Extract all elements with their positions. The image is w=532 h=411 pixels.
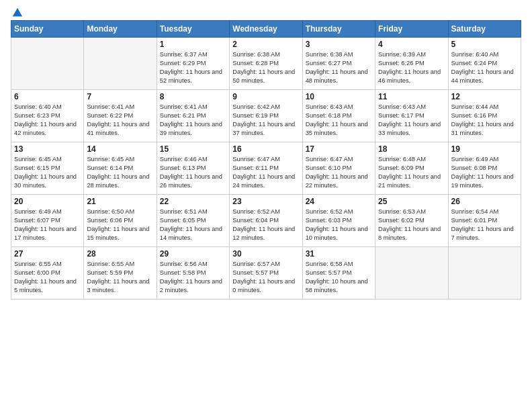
cell-text: Sunrise: 6:58 AMSunset: 5:57 PMDaylight:… bbox=[306, 261, 368, 293]
cell-text: Sunrise: 6:54 AMSunset: 6:01 PMDaylight:… bbox=[451, 208, 514, 241]
calendar-cell: 31Sunrise: 6:58 AMSunset: 5:57 PMDayligh… bbox=[302, 247, 375, 300]
cell-text: Sunrise: 6:41 AMSunset: 6:22 PMDaylight:… bbox=[87, 103, 149, 136]
cell-text: Sunrise: 6:43 AMSunset: 6:17 PMDaylight:… bbox=[378, 103, 441, 136]
calendar-cell: 1Sunrise: 6:37 AMSunset: 6:29 PMDaylight… bbox=[157, 38, 229, 90]
logo bbox=[11, 7, 24, 16]
day-number: 1 bbox=[160, 40, 226, 49]
calendar-cell: 18Sunrise: 6:48 AMSunset: 6:09 PMDayligh… bbox=[375, 142, 448, 195]
calendar-cell: 26Sunrise: 6:54 AMSunset: 6:01 PMDayligh… bbox=[448, 195, 521, 247]
day-number: 16 bbox=[232, 144, 299, 154]
cell-text: Sunrise: 6:48 AMSunset: 6:09 PMDaylight:… bbox=[378, 156, 441, 189]
cell-text: Sunrise: 6:38 AMSunset: 6:28 PMDaylight:… bbox=[232, 51, 295, 84]
calendar-cell: 16Sunrise: 6:47 AMSunset: 6:11 PMDayligh… bbox=[230, 142, 302, 195]
cell-text: Sunrise: 6:47 AMSunset: 6:10 PMDaylight:… bbox=[306, 156, 368, 189]
week-row-0: 1Sunrise: 6:37 AMSunset: 6:29 PMDaylight… bbox=[11, 38, 521, 90]
logo-icon bbox=[11, 7, 24, 19]
calendar-cell: 14Sunrise: 6:45 AMSunset: 6:14 PMDayligh… bbox=[84, 142, 157, 195]
calendar-cell: 19Sunrise: 6:49 AMSunset: 6:08 PMDayligh… bbox=[448, 142, 521, 195]
calendar-cell: 28Sunrise: 6:55 AMSunset: 5:59 PMDayligh… bbox=[84, 247, 157, 300]
day-number: 5 bbox=[451, 40, 518, 49]
cell-text: Sunrise: 6:53 AMSunset: 6:02 PMDaylight:… bbox=[378, 208, 441, 241]
cell-text: Sunrise: 6:52 AMSunset: 6:03 PMDaylight:… bbox=[306, 208, 368, 241]
cell-text: Sunrise: 6:42 AMSunset: 6:19 PMDaylight:… bbox=[232, 103, 295, 136]
calendar-cell: 25Sunrise: 6:53 AMSunset: 6:02 PMDayligh… bbox=[375, 195, 448, 247]
cell-text: Sunrise: 6:45 AMSunset: 6:14 PMDaylight:… bbox=[87, 156, 149, 189]
calendar-cell: 10Sunrise: 6:43 AMSunset: 6:18 PMDayligh… bbox=[302, 90, 375, 142]
cell-text: Sunrise: 6:39 AMSunset: 6:26 PMDaylight:… bbox=[378, 51, 441, 84]
day-number: 2 bbox=[232, 40, 299, 49]
calendar-cell: 12Sunrise: 6:44 AMSunset: 6:16 PMDayligh… bbox=[448, 90, 521, 142]
calendar-cell: 15Sunrise: 6:46 AMSunset: 6:13 PMDayligh… bbox=[157, 142, 229, 195]
svg-marker-0 bbox=[13, 8, 22, 17]
cell-text: Sunrise: 6:57 AMSunset: 5:57 PMDaylight:… bbox=[232, 261, 295, 293]
cell-text: Sunrise: 6:37 AMSunset: 6:29 PMDaylight:… bbox=[160, 51, 222, 84]
weekday-header-sunday: Sunday bbox=[11, 21, 84, 38]
calendar-cell: 23Sunrise: 6:52 AMSunset: 6:04 PMDayligh… bbox=[230, 195, 302, 247]
weekday-header-monday: Monday bbox=[84, 21, 157, 38]
cell-text: Sunrise: 6:56 AMSunset: 5:58 PMDaylight:… bbox=[160, 261, 222, 293]
calendar-cell: 24Sunrise: 6:52 AMSunset: 6:03 PMDayligh… bbox=[302, 195, 375, 247]
day-number: 27 bbox=[14, 249, 81, 259]
cell-text: Sunrise: 6:40 AMSunset: 6:23 PMDaylight:… bbox=[14, 103, 77, 136]
calendar-cell: 13Sunrise: 6:45 AMSunset: 6:15 PMDayligh… bbox=[11, 142, 84, 195]
calendar-cell: 9Sunrise: 6:42 AMSunset: 6:19 PMDaylight… bbox=[230, 90, 302, 142]
day-number: 22 bbox=[160, 197, 226, 206]
cell-text: Sunrise: 6:55 AMSunset: 5:59 PMDaylight:… bbox=[87, 261, 149, 293]
calendar-cell: 11Sunrise: 6:43 AMSunset: 6:17 PMDayligh… bbox=[375, 90, 448, 142]
day-number: 6 bbox=[14, 92, 81, 101]
day-number: 12 bbox=[451, 92, 518, 101]
day-number: 9 bbox=[232, 92, 299, 101]
day-number: 21 bbox=[87, 197, 153, 206]
cell-text: Sunrise: 6:55 AMSunset: 6:00 PMDaylight:… bbox=[14, 261, 77, 293]
calendar-cell bbox=[375, 247, 448, 300]
week-row-4: 27Sunrise: 6:55 AMSunset: 6:00 PMDayligh… bbox=[11, 247, 521, 300]
cell-text: Sunrise: 6:47 AMSunset: 6:11 PMDaylight:… bbox=[232, 156, 295, 189]
cell-text: Sunrise: 6:40 AMSunset: 6:24 PMDaylight:… bbox=[451, 51, 514, 84]
day-number: 26 bbox=[451, 197, 518, 206]
calendar-cell bbox=[448, 247, 521, 300]
day-number: 23 bbox=[232, 197, 299, 206]
cell-text: Sunrise: 6:51 AMSunset: 6:05 PMDaylight:… bbox=[160, 208, 222, 241]
day-number: 28 bbox=[87, 249, 153, 259]
calendar: SundayMondayTuesdayWednesdayThursdayFrid… bbox=[11, 20, 521, 300]
day-number: 8 bbox=[160, 92, 226, 101]
calendar-cell: 7Sunrise: 6:41 AMSunset: 6:22 PMDaylight… bbox=[84, 90, 157, 142]
cell-text: Sunrise: 6:43 AMSunset: 6:18 PMDaylight:… bbox=[306, 103, 368, 136]
day-number: 17 bbox=[306, 144, 372, 154]
day-number: 29 bbox=[160, 249, 226, 259]
weekday-header-tuesday: Tuesday bbox=[157, 21, 229, 38]
day-number: 24 bbox=[306, 197, 372, 206]
week-row-3: 20Sunrise: 6:49 AMSunset: 6:07 PMDayligh… bbox=[11, 195, 521, 247]
cell-text: Sunrise: 6:44 AMSunset: 6:16 PMDaylight:… bbox=[451, 103, 514, 136]
page: SundayMondayTuesdayWednesdayThursdayFrid… bbox=[0, 0, 532, 411]
calendar-cell: 27Sunrise: 6:55 AMSunset: 6:00 PMDayligh… bbox=[11, 247, 84, 300]
weekday-header-friday: Friday bbox=[375, 21, 448, 38]
day-number: 15 bbox=[160, 144, 226, 154]
cell-text: Sunrise: 6:41 AMSunset: 6:21 PMDaylight:… bbox=[160, 103, 222, 136]
day-number: 18 bbox=[378, 144, 445, 154]
day-number: 3 bbox=[306, 40, 372, 49]
cell-text: Sunrise: 6:46 AMSunset: 6:13 PMDaylight:… bbox=[160, 156, 222, 189]
day-number: 11 bbox=[378, 92, 445, 101]
calendar-cell: 29Sunrise: 6:56 AMSunset: 5:58 PMDayligh… bbox=[157, 247, 229, 300]
calendar-cell: 21Sunrise: 6:50 AMSunset: 6:06 PMDayligh… bbox=[84, 195, 157, 247]
weekday-header-thursday: Thursday bbox=[302, 21, 375, 38]
day-number: 20 bbox=[14, 197, 81, 206]
weekday-header-saturday: Saturday bbox=[448, 21, 521, 38]
cell-text: Sunrise: 6:52 AMSunset: 6:04 PMDaylight:… bbox=[232, 208, 295, 241]
calendar-cell: 3Sunrise: 6:38 AMSunset: 6:27 PMDaylight… bbox=[302, 38, 375, 90]
week-row-2: 13Sunrise: 6:45 AMSunset: 6:15 PMDayligh… bbox=[11, 142, 521, 195]
calendar-cell: 17Sunrise: 6:47 AMSunset: 6:10 PMDayligh… bbox=[302, 142, 375, 195]
calendar-cell: 8Sunrise: 6:41 AMSunset: 6:21 PMDaylight… bbox=[157, 90, 229, 142]
cell-text: Sunrise: 6:49 AMSunset: 6:08 PMDaylight:… bbox=[451, 156, 514, 189]
day-number: 14 bbox=[87, 144, 153, 154]
day-number: 10 bbox=[306, 92, 372, 101]
cell-text: Sunrise: 6:45 AMSunset: 6:15 PMDaylight:… bbox=[14, 156, 77, 189]
week-row-1: 6Sunrise: 6:40 AMSunset: 6:23 PMDaylight… bbox=[11, 90, 521, 142]
day-number: 7 bbox=[87, 92, 153, 101]
cell-text: Sunrise: 6:49 AMSunset: 6:07 PMDaylight:… bbox=[14, 208, 77, 241]
calendar-cell: 20Sunrise: 6:49 AMSunset: 6:07 PMDayligh… bbox=[11, 195, 84, 247]
day-number: 19 bbox=[451, 144, 518, 154]
day-number: 31 bbox=[306, 249, 372, 259]
cell-text: Sunrise: 6:50 AMSunset: 6:06 PMDaylight:… bbox=[87, 208, 149, 241]
